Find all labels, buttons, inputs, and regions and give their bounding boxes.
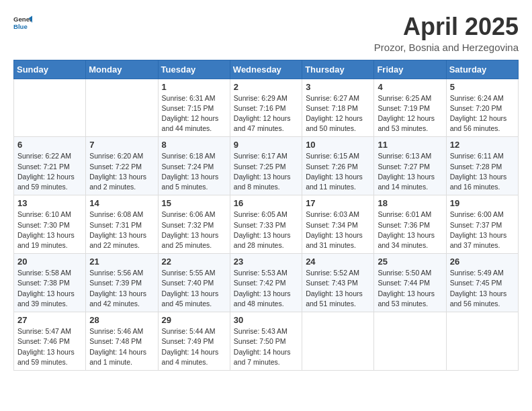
calendar-cell: 30Sunrise: 5:43 AMSunset: 7:50 PMDayligh… [230, 312, 302, 371]
calendar-week-4: 20Sunrise: 5:58 AMSunset: 7:38 PMDayligh… [14, 254, 519, 312]
calendar-cell [374, 312, 446, 371]
calendar-week-2: 6Sunrise: 6:22 AMSunset: 7:21 PMDaylight… [14, 137, 519, 195]
calendar-cell: 1Sunrise: 6:31 AMSunset: 7:15 PMDaylight… [158, 79, 230, 137]
weekday-header-row: SundayMondayTuesdayWednesdayThursdayFrid… [14, 60, 519, 79]
calendar-cell: 17Sunrise: 6:03 AMSunset: 7:34 PMDayligh… [302, 195, 374, 254]
calendar-cell: 7Sunrise: 6:20 AMSunset: 7:22 PMDaylight… [86, 137, 158, 195]
calendar-cell: 26Sunrise: 5:49 AMSunset: 7:45 PMDayligh… [446, 254, 518, 312]
calendar-cell: 8Sunrise: 6:18 AMSunset: 7:24 PMDaylight… [158, 137, 230, 195]
calendar-week-1: 1Sunrise: 6:31 AMSunset: 7:15 PMDaylight… [14, 79, 519, 137]
day-number: 1 [162, 82, 226, 92]
day-info: Sunrise: 5:47 AMSunset: 7:46 PMDaylight:… [17, 326, 82, 367]
day-number: 15 [162, 198, 226, 208]
calendar-cell: 22Sunrise: 5:55 AMSunset: 7:40 PMDayligh… [158, 254, 230, 312]
calendar-cell [302, 312, 374, 371]
calendar-cell: 21Sunrise: 5:56 AMSunset: 7:39 PMDayligh… [86, 254, 158, 312]
day-info: Sunrise: 6:03 AMSunset: 7:34 PMDaylight:… [306, 210, 370, 250]
main-title: April 2025 [374, 13, 519, 40]
day-info: Sunrise: 5:56 AMSunset: 7:39 PMDaylight:… [89, 268, 154, 309]
day-info: Sunrise: 6:31 AMSunset: 7:15 PMDaylight:… [162, 93, 226, 134]
day-number: 6 [17, 140, 82, 150]
day-number: 7 [89, 140, 154, 150]
calendar-cell: 15Sunrise: 6:06 AMSunset: 7:32 PMDayligh… [158, 195, 230, 254]
day-number: 14 [89, 198, 154, 208]
day-number: 30 [234, 315, 298, 325]
calendar-cell [14, 79, 86, 137]
day-info: Sunrise: 5:52 AMSunset: 7:43 PMDaylight:… [306, 268, 370, 309]
day-info: Sunrise: 6:08 AMSunset: 7:31 PMDaylight:… [89, 210, 154, 250]
day-number: 24 [306, 257, 370, 267]
calendar-cell: 25Sunrise: 5:50 AMSunset: 7:44 PMDayligh… [374, 254, 446, 312]
calendar-week-3: 13Sunrise: 6:10 AMSunset: 7:30 PMDayligh… [14, 195, 519, 254]
weekday-header-thursday: Thursday [302, 60, 374, 79]
page-header: General Blue April 2025 Prozor, Bosnia a… [13, 13, 519, 53]
day-number: 4 [378, 82, 442, 92]
day-number: 10 [306, 140, 370, 150]
day-info: Sunrise: 6:13 AMSunset: 7:27 PMDaylight:… [378, 151, 442, 192]
day-info: Sunrise: 6:11 AMSunset: 7:28 PMDaylight:… [450, 151, 515, 192]
day-number: 13 [17, 198, 82, 208]
calendar-cell: 18Sunrise: 6:01 AMSunset: 7:36 PMDayligh… [374, 195, 446, 254]
calendar-cell: 29Sunrise: 5:44 AMSunset: 7:49 PMDayligh… [158, 312, 230, 371]
day-number: 26 [450, 257, 515, 267]
day-info: Sunrise: 5:46 AMSunset: 7:48 PMDaylight:… [89, 326, 154, 367]
calendar-cell: 19Sunrise: 6:00 AMSunset: 7:37 PMDayligh… [446, 195, 518, 254]
calendar-cell: 13Sunrise: 6:10 AMSunset: 7:30 PMDayligh… [14, 195, 86, 254]
title-block: April 2025 Prozor, Bosnia and Herzegovin… [374, 13, 519, 53]
svg-text:Blue: Blue [13, 23, 28, 30]
day-number: 12 [450, 140, 515, 150]
day-info: Sunrise: 5:50 AMSunset: 7:44 PMDaylight:… [378, 268, 442, 309]
day-info: Sunrise: 6:25 AMSunset: 7:19 PMDaylight:… [378, 93, 442, 134]
day-number: 16 [234, 198, 298, 208]
day-info: Sunrise: 6:10 AMSunset: 7:30 PMDaylight:… [17, 210, 82, 250]
day-info: Sunrise: 6:18 AMSunset: 7:24 PMDaylight:… [162, 151, 226, 192]
day-info: Sunrise: 5:55 AMSunset: 7:40 PMDaylight:… [162, 268, 226, 309]
calendar-body: 1Sunrise: 6:31 AMSunset: 7:15 PMDaylight… [14, 79, 519, 370]
day-number: 17 [306, 198, 370, 208]
weekday-header-friday: Friday [374, 60, 446, 79]
weekday-header-monday: Monday [86, 60, 158, 79]
logo-icon: General Blue [13, 13, 32, 32]
day-number: 20 [17, 257, 82, 267]
day-info: Sunrise: 5:58 AMSunset: 7:38 PMDaylight:… [17, 268, 82, 309]
day-info: Sunrise: 6:01 AMSunset: 7:36 PMDaylight:… [378, 210, 442, 250]
day-info: Sunrise: 5:49 AMSunset: 7:45 PMDaylight:… [450, 268, 515, 309]
day-number: 2 [234, 82, 298, 92]
calendar-cell: 9Sunrise: 6:17 AMSunset: 7:25 PMDaylight… [230, 137, 302, 195]
calendar-table: SundayMondayTuesdayWednesdayThursdayFrid… [13, 60, 519, 371]
day-number: 22 [162, 257, 226, 267]
day-number: 19 [450, 198, 515, 208]
day-info: Sunrise: 6:27 AMSunset: 7:18 PMDaylight:… [306, 93, 370, 134]
day-info: Sunrise: 6:00 AMSunset: 7:37 PMDaylight:… [450, 210, 515, 250]
day-number: 23 [234, 257, 298, 267]
weekday-header-saturday: Saturday [446, 60, 518, 79]
day-info: Sunrise: 6:20 AMSunset: 7:22 PMDaylight:… [89, 151, 154, 192]
calendar-cell: 4Sunrise: 6:25 AMSunset: 7:19 PMDaylight… [374, 79, 446, 137]
day-number: 9 [234, 140, 298, 150]
calendar-cell: 28Sunrise: 5:46 AMSunset: 7:48 PMDayligh… [86, 312, 158, 371]
calendar-cell: 5Sunrise: 6:24 AMSunset: 7:20 PMDaylight… [446, 79, 518, 137]
day-info: Sunrise: 6:29 AMSunset: 7:16 PMDaylight:… [234, 93, 298, 134]
day-info: Sunrise: 6:06 AMSunset: 7:32 PMDaylight:… [162, 210, 226, 250]
weekday-header-sunday: Sunday [14, 60, 86, 79]
day-number: 28 [89, 315, 154, 325]
day-info: Sunrise: 6:22 AMSunset: 7:21 PMDaylight:… [17, 151, 82, 192]
calendar-cell: 14Sunrise: 6:08 AMSunset: 7:31 PMDayligh… [86, 195, 158, 254]
day-info: Sunrise: 5:43 AMSunset: 7:50 PMDaylight:… [234, 326, 298, 367]
day-number: 27 [17, 315, 82, 325]
day-info: Sunrise: 6:15 AMSunset: 7:26 PMDaylight:… [306, 151, 370, 192]
svg-text:General: General [13, 15, 32, 23]
calendar-week-5: 27Sunrise: 5:47 AMSunset: 7:46 PMDayligh… [14, 312, 519, 371]
day-info: Sunrise: 6:17 AMSunset: 7:25 PMDaylight:… [234, 151, 298, 192]
calendar-cell: 20Sunrise: 5:58 AMSunset: 7:38 PMDayligh… [14, 254, 86, 312]
day-info: Sunrise: 5:44 AMSunset: 7:49 PMDaylight:… [162, 326, 226, 367]
logo: General Blue [13, 13, 32, 32]
calendar-cell: 6Sunrise: 6:22 AMSunset: 7:21 PMDaylight… [14, 137, 86, 195]
day-info: Sunrise: 5:53 AMSunset: 7:42 PMDaylight:… [234, 268, 298, 309]
day-info: Sunrise: 6:24 AMSunset: 7:20 PMDaylight:… [450, 93, 515, 134]
day-number: 25 [378, 257, 442, 267]
location-subtitle: Prozor, Bosnia and Herzegovina [374, 42, 519, 53]
weekday-header-wednesday: Wednesday [230, 60, 302, 79]
calendar-cell: 3Sunrise: 6:27 AMSunset: 7:18 PMDaylight… [302, 79, 374, 137]
day-number: 18 [378, 198, 442, 208]
